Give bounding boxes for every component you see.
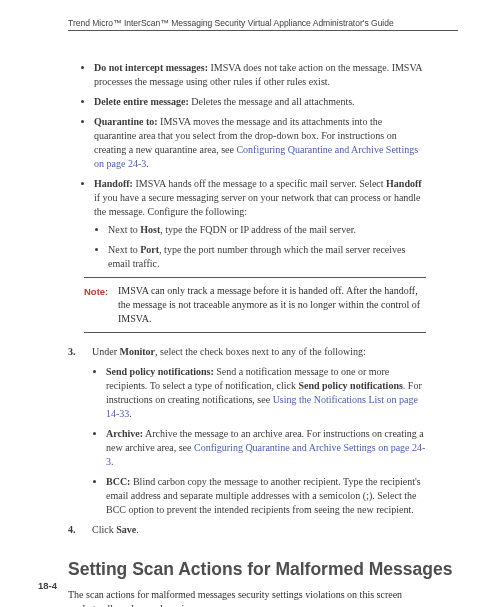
handoff-host: Next to Host, type the FQDN or IP addres… (108, 223, 426, 237)
option-list: Do not intercept messages: IMSVA does no… (68, 61, 426, 271)
note-block: Note: IMSVA can only track a message bef… (84, 277, 426, 333)
document-page: Trend Micro™ InterScan™ Messaging Securi… (0, 0, 500, 607)
monitor-sublist: Send policy notifications: Send a notifi… (92, 365, 426, 517)
option-do-not-intercept: Do not intercept messages: IMSVA does no… (94, 61, 426, 89)
section-intro: The scan actions for malformed messages … (68, 588, 426, 607)
option-quarantine-to: Quarantine to: IMSVA moves the message a… (94, 115, 426, 171)
note-label: Note: (84, 284, 112, 326)
section-heading: Setting Scan Actions for Malformed Messa… (68, 559, 458, 580)
page-number: 18-4 (38, 580, 57, 591)
step-4: 4. Click Save. (68, 523, 426, 537)
option-delete-entire: Delete entire message: Deletes the messa… (94, 95, 426, 109)
monitor-archive: Archive: Archive the message to an archi… (106, 427, 426, 469)
note-text: IMSVA can only track a message before it… (118, 284, 426, 326)
monitor-bcc: BCC: Blind carbon copy the message to an… (106, 475, 426, 517)
steps-list: 3. Under Monitor, select the check boxes… (68, 345, 426, 537)
handoff-port: Next to Port, type the port number throu… (108, 243, 426, 271)
handoff-sublist: Next to Host, type the FQDN or IP addres… (94, 223, 426, 271)
monitor-send-notifications: Send policy notifications: Send a notifi… (106, 365, 426, 421)
step-3: 3. Under Monitor, select the check boxes… (68, 345, 426, 517)
option-handoff: Handoff: IMSVA hands off the message to … (94, 177, 426, 271)
running-header: Trend Micro™ InterScan™ Messaging Securi… (68, 18, 458, 31)
